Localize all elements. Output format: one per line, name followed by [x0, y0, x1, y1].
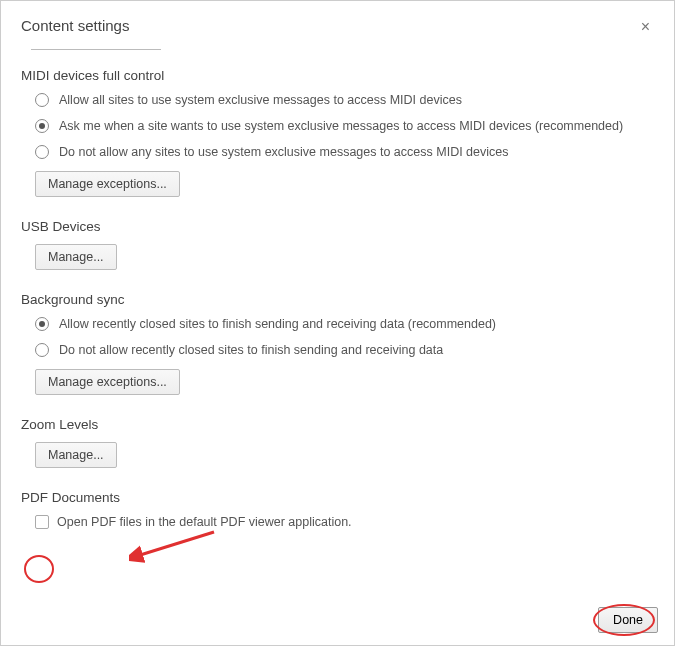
dialog-footer: Done: [1, 595, 674, 645]
done-button[interactable]: Done: [598, 607, 658, 633]
radio-icon: [35, 119, 49, 133]
radio-bgsync-allow[interactable]: Allow recently closed sites to finish se…: [35, 317, 654, 331]
radio-label: Ask me when a site wants to use system e…: [59, 119, 623, 133]
section-title-pdf: PDF Documents: [21, 490, 654, 505]
radio-icon: [35, 145, 49, 159]
radio-icon: [35, 343, 49, 357]
dialog-scroll-area[interactable]: MIDI devices full control Allow all site…: [1, 45, 674, 595]
section-bgsync: Background sync Allow recently closed si…: [21, 292, 654, 395]
checkbox-label: Open PDF files in the default PDF viewer…: [57, 515, 352, 529]
section-title-usb: USB Devices: [21, 219, 654, 234]
manage-exceptions-button-midi[interactable]: Manage exceptions...: [35, 171, 180, 197]
section-title-midi: MIDI devices full control: [21, 68, 654, 83]
close-icon[interactable]: ×: [637, 17, 654, 37]
radio-group-bgsync: Allow recently closed sites to finish se…: [21, 317, 654, 357]
section-usb: USB Devices Manage...: [21, 219, 654, 270]
radio-group-midi: Allow all sites to use system exclusive …: [21, 93, 654, 159]
radio-bgsync-deny[interactable]: Do not allow recently closed sites to fi…: [35, 343, 654, 357]
checkbox-pdf-default-viewer[interactable]: Open PDF files in the default PDF viewer…: [35, 515, 654, 529]
radio-midi-allow[interactable]: Allow all sites to use system exclusive …: [35, 93, 654, 107]
radio-label: Do not allow recently closed sites to fi…: [59, 343, 443, 357]
divider: [31, 49, 161, 50]
section-title-zoom: Zoom Levels: [21, 417, 654, 432]
manage-exceptions-button-bgsync[interactable]: Manage exceptions...: [35, 369, 180, 395]
radio-label: Do not allow any sites to use system exc…: [59, 145, 509, 159]
radio-label: Allow all sites to use system exclusive …: [59, 93, 462, 107]
radio-midi-ask[interactable]: Ask me when a site wants to use system e…: [35, 119, 654, 133]
content-settings-dialog: Content settings × MIDI devices full con…: [0, 0, 675, 646]
section-midi: MIDI devices full control Allow all site…: [21, 68, 654, 197]
manage-button-zoom[interactable]: Manage...: [35, 442, 117, 468]
radio-icon: [35, 317, 49, 331]
radio-label: Allow recently closed sites to finish se…: [59, 317, 496, 331]
checkbox-icon: [35, 515, 49, 529]
radio-icon: [35, 93, 49, 107]
dialog-header: Content settings ×: [1, 1, 674, 45]
section-pdf: PDF Documents Open PDF files in the defa…: [21, 490, 654, 529]
section-zoom: Zoom Levels Manage...: [21, 417, 654, 468]
manage-button-usb[interactable]: Manage...: [35, 244, 117, 270]
dialog-title: Content settings: [21, 17, 129, 34]
section-title-bgsync: Background sync: [21, 292, 654, 307]
radio-midi-deny[interactable]: Do not allow any sites to use system exc…: [35, 145, 654, 159]
